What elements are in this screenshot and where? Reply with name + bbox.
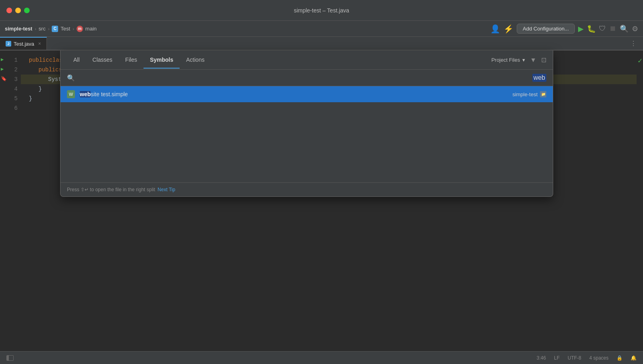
- search-result-row[interactable]: W website test.simple simple-test 📁: [61, 86, 553, 102]
- search-selected-text[interactable]: web: [532, 74, 546, 82]
- toolbar-right: 👤 ⚡ Add Configuration... ▶ 🐛 🛡 ⏹ 🔍 ⚙: [490, 24, 638, 34]
- search-tabs-bar: All Classes Files Symbols Actions Projec…: [61, 51, 553, 70]
- tab-all[interactable]: All: [67, 52, 86, 69]
- right-gutter: ✓: [637, 51, 643, 351]
- breadcrumb-src[interactable]: src: [38, 26, 45, 32]
- project-files-dropdown[interactable]: Project Files ▾: [491, 57, 526, 63]
- line-1: ▶ 1: [0, 55, 21, 65]
- add-configuration-button[interactable]: Add Configuration...: [517, 24, 575, 34]
- method-icon: m: [77, 26, 83, 32]
- line-6: 6: [0, 103, 21, 113]
- window-title: simple-test – Test.java: [294, 7, 349, 14]
- line-4: 4: [0, 84, 21, 94]
- lock-icon[interactable]: 🔒: [617, 355, 623, 361]
- line-2: ▶ 2: [0, 65, 21, 75]
- tab-bar: J Test.java × ⋮: [0, 37, 643, 51]
- tab-label: Test.java: [14, 41, 34, 47]
- close-button[interactable]: [6, 8, 12, 13]
- stop-button-icon[interactable]: ⏹: [609, 24, 617, 33]
- breadcrumb-sep-2: ›: [48, 26, 50, 31]
- search-everywhere-icon[interactable]: 🔍: [620, 24, 629, 33]
- breadcrumb-bar: simple-test › src › C Test › m main 👤 ⚡ …: [0, 21, 643, 37]
- chevron-down-icon: ▾: [522, 57, 525, 63]
- settings-icon[interactable]: ⚙: [632, 24, 638, 33]
- search-results: W website test.simple simple-test 📁: [61, 86, 553, 182]
- maximize-button[interactable]: [24, 8, 30, 13]
- run-icon[interactable]: ⚡: [503, 24, 514, 34]
- layout-icon[interactable]: ⊡: [541, 56, 546, 64]
- status-bar: 3:46 LF UTF-8 4 spaces 🔒 🔔: [0, 351, 643, 364]
- line-5: 5: [0, 94, 21, 103]
- vcs-icon[interactable]: 👤: [490, 24, 500, 34]
- line-numbers: ▶ 1 ▶ 2 🔖 3 4 5 6: [0, 51, 21, 351]
- search-icon: 🔍: [67, 74, 75, 82]
- run-icon-2[interactable]: ▶: [1, 66, 4, 73]
- search-footer: Press ⇧↵ to open the file in the right s…: [61, 182, 553, 196]
- result-text-after: site test.simple: [91, 91, 128, 97]
- breadcrumb-project[interactable]: simple-test: [5, 26, 32, 32]
- search-filters: Project Files ▾ ▼ ⊡: [491, 56, 546, 64]
- next-tip-button[interactable]: Next Tip: [158, 187, 175, 192]
- tab-classes[interactable]: Classes: [86, 52, 119, 69]
- run-icon-1[interactable]: ▶: [1, 56, 4, 64]
- window-controls[interactable]: [6, 8, 30, 13]
- result-highlight: web: [80, 91, 91, 97]
- sidebar-toggle[interactable]: [6, 355, 14, 361]
- validation-checkmark: ✓: [637, 57, 643, 65]
- tab-more-button[interactable]: ⋮: [624, 37, 643, 50]
- status-time[interactable]: 3:46: [537, 355, 546, 361]
- result-type-icon: W: [67, 90, 75, 98]
- title-bar: simple-test – Test.java: [0, 0, 643, 21]
- status-indent[interactable]: 4 spaces: [589, 355, 609, 361]
- status-right: 3:46 LF UTF-8 4 spaces 🔒 🔔: [537, 355, 637, 361]
- tab-close-button[interactable]: ×: [38, 41, 41, 47]
- tab-java-icon: J: [6, 41, 11, 47]
- breadcrumb-file[interactable]: Test: [61, 26, 70, 32]
- breadcrumb-sep-3: ›: [73, 26, 74, 31]
- run-button-icon[interactable]: ▶: [578, 24, 584, 33]
- result-project-icon: 📁: [540, 91, 546, 97]
- result-text: website test.simple: [80, 91, 508, 97]
- debug-button-icon[interactable]: 🐛: [587, 24, 596, 33]
- bookmark-icon-3[interactable]: 🔖: [1, 75, 7, 83]
- editor-container: ▶ 1 ▶ 2 🔖 3 4 5 6 public class Te: [0, 51, 643, 351]
- bell-icon[interactable]: 🔔: [631, 355, 637, 361]
- search-input[interactable]: [79, 74, 528, 81]
- minimize-button[interactable]: [15, 8, 21, 13]
- result-project: simple-test 📁: [512, 91, 546, 97]
- search-input-row: 🔍 web: [61, 70, 553, 86]
- status-line-ending[interactable]: LF: [554, 355, 560, 361]
- tab-test-java[interactable]: J Test.java ×: [0, 37, 47, 50]
- filter-icon[interactable]: ▼: [530, 57, 536, 64]
- coverage-button-icon[interactable]: 🛡: [599, 24, 606, 33]
- breadcrumb-sep-1: ›: [35, 26, 36, 31]
- breadcrumb-method[interactable]: main: [85, 26, 97, 32]
- result-project-name: simple-test: [512, 91, 538, 97]
- class-icon: C: [52, 26, 58, 32]
- line-3: 🔖 3: [0, 75, 21, 84]
- status-encoding[interactable]: UTF-8: [568, 355, 581, 361]
- footer-tip-text: Press ⇧↵ to open the file in the right s…: [67, 187, 155, 192]
- tab-files[interactable]: Files: [119, 52, 144, 69]
- sidebar-toggle-icon[interactable]: [6, 355, 14, 361]
- tab-actions[interactable]: Actions: [180, 52, 211, 69]
- search-popup: All Classes Files Symbols Actions Projec…: [60, 51, 553, 197]
- tab-symbols[interactable]: Symbols: [144, 52, 180, 69]
